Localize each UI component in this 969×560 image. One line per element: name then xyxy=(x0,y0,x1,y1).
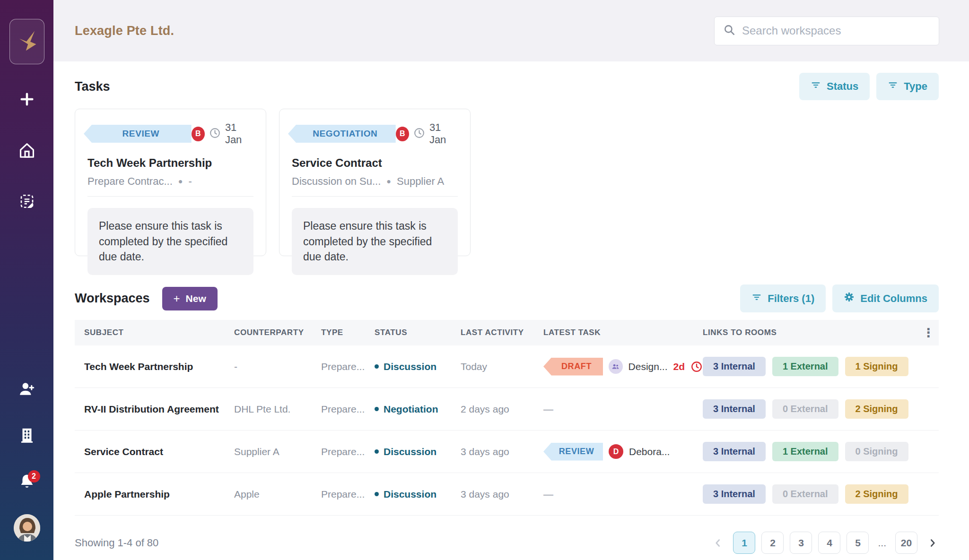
workspaces-table: SUBJECT COUNTERPARTY TYPE STATUS LAST AC… xyxy=(75,320,939,516)
sidebar-item-create[interactable] xyxy=(14,87,40,113)
search-icon xyxy=(723,24,735,38)
separator-dot: ● xyxy=(178,177,183,186)
page-button[interactable]: 4 xyxy=(818,532,840,554)
table-header-row: SUBJECT COUNTERPARTY TYPE STATUS LAST AC… xyxy=(75,320,939,345)
cell-links-to-rooms: 3 Internal0 External2 Signing xyxy=(703,399,918,419)
cell-latest-task: — xyxy=(543,489,703,500)
cell-counterparty: - xyxy=(234,361,321,372)
page-buttons: 12345...20 xyxy=(733,532,917,554)
cell-subject: Apple Partnership xyxy=(84,489,234,500)
column-header: STATUS xyxy=(375,328,461,337)
table-options-menu[interactable]: ⋮ xyxy=(922,326,934,340)
cell-type: Prepare... xyxy=(321,489,375,500)
status-filter-button[interactable]: Status xyxy=(799,73,870,100)
sidebar-item-invite-user[interactable] xyxy=(14,377,40,403)
app-logo[interactable] xyxy=(9,19,44,64)
cell-last-activity: Today xyxy=(461,361,543,372)
cell-counterparty: Apple xyxy=(234,489,321,500)
room-link-chip[interactable]: 1 External xyxy=(772,442,838,461)
latest-task-empty: — xyxy=(543,489,553,500)
cell-latest-task: — xyxy=(543,404,703,415)
room-link-chip[interactable]: 1 Signing xyxy=(845,357,908,376)
due-date: 31 Jan xyxy=(225,121,253,146)
eagle-logo-icon xyxy=(15,28,39,55)
due-countdown: 2d xyxy=(673,361,685,372)
user-avatar xyxy=(14,514,40,542)
room-link-chip[interactable]: 0 Signing xyxy=(845,442,908,461)
room-link-chip[interactable]: 3 Internal xyxy=(703,357,766,376)
clock-icon xyxy=(209,127,221,141)
sidebar-item-organization[interactable] xyxy=(14,423,40,449)
page-ellipsis: ... xyxy=(875,537,889,549)
top-bar: Lexagle Pte Ltd. xyxy=(53,0,969,61)
sidebar-item-home[interactable] xyxy=(14,138,40,164)
table-body: Tech Week Partnership-Prepare...Discussi… xyxy=(75,345,939,516)
cell-type: Prepare... xyxy=(321,446,375,457)
assignee-name: Debora... xyxy=(629,446,670,457)
prev-page-chevron-icon[interactable] xyxy=(712,537,724,549)
task-subtitle-secondary: Supplier A xyxy=(397,175,444,188)
plus-icon xyxy=(19,91,35,109)
task-message: Please ensure this task is completed by … xyxy=(87,208,253,275)
filters-button[interactable]: Filters (1) xyxy=(740,284,826,312)
cell-links-to-rooms: 3 Internal1 External1 Signing xyxy=(703,357,918,376)
room-link-chip[interactable]: 3 Internal xyxy=(703,399,766,419)
room-link-chip[interactable]: 2 Signing xyxy=(845,484,908,504)
status-label: Discussion xyxy=(384,361,436,372)
room-link-chip[interactable]: 3 Internal xyxy=(703,442,766,461)
room-link-chip[interactable]: 1 External xyxy=(772,357,838,376)
status-label: Negotiation xyxy=(384,404,438,415)
room-link-chip[interactable]: 0 External xyxy=(772,484,838,504)
status-dot-icon xyxy=(375,407,379,411)
filter-icon xyxy=(811,80,821,93)
task-card[interactable]: NEGOTIATION B 31 Jan Service Contract Di… xyxy=(279,109,471,256)
page-button[interactable]: 20 xyxy=(895,532,917,554)
task-stage-ribbon: DRAFT xyxy=(543,358,603,376)
search-input[interactable] xyxy=(742,24,930,37)
table-row[interactable]: Service ContractSupplier APrepare...Disc… xyxy=(75,431,939,473)
room-link-chip[interactable]: 0 External xyxy=(772,399,838,419)
company-name: Lexagle Pte Ltd. xyxy=(75,24,174,38)
column-header: LINKS TO ROOMS xyxy=(703,328,918,337)
latest-task-empty: — xyxy=(543,404,553,415)
task-stage-ribbon: REVIEW xyxy=(543,443,603,461)
page-button[interactable]: 5 xyxy=(847,532,869,554)
table-row[interactable]: RV-II Distribution AgreementDHL Pte Ltd.… xyxy=(75,388,939,431)
sidebar-item-profile[interactable] xyxy=(14,515,40,541)
cell-subject: RV-II Distribution Agreement xyxy=(84,404,234,415)
task-card[interactable]: REVIEW B 31 Jan Tech Week Partnership Pr… xyxy=(75,109,266,256)
status-dot-icon xyxy=(375,449,379,454)
tasks-title: Tasks xyxy=(75,79,110,94)
type-filter-button[interactable]: Type xyxy=(876,73,939,100)
sidebar-item-notifications[interactable]: 2 xyxy=(14,469,40,496)
table-row[interactable]: Tech Week Partnership-Prepare...Discussi… xyxy=(75,345,939,388)
table-footer: Showing 1-4 of 80 12345...20 xyxy=(75,532,939,554)
status-label: Discussion xyxy=(384,446,436,457)
cell-status: Discussion xyxy=(375,489,461,500)
column-header: COUNTERPARTY xyxy=(234,328,321,337)
clock-icon xyxy=(413,127,425,141)
cell-links-to-rooms: 3 Internal0 External2 Signing xyxy=(703,484,918,504)
status-dot-icon xyxy=(375,364,379,369)
column-header: LATEST TASK xyxy=(543,328,703,337)
filter-icon xyxy=(888,80,898,93)
page-button[interactable]: 1 xyxy=(733,532,755,554)
sidebar: 2 xyxy=(0,0,53,560)
sidebar-item-drafts[interactable] xyxy=(14,189,40,215)
room-link-chip[interactable]: 2 Signing xyxy=(845,399,908,419)
task-title: Tech Week Partnership xyxy=(87,156,253,170)
overdue-clock-icon xyxy=(690,361,703,373)
assignee-avatar: B xyxy=(192,127,205,141)
table-row[interactable]: Apple PartnershipApplePrepare...Discussi… xyxy=(75,473,939,516)
new-workspace-button[interactable]: + New xyxy=(162,287,218,310)
edit-columns-button[interactable]: Edit Columns xyxy=(832,284,939,312)
cell-status: Discussion xyxy=(375,361,461,372)
room-link-chip[interactable]: 3 Internal xyxy=(703,484,766,504)
home-icon xyxy=(18,141,36,161)
next-page-chevron-icon[interactable] xyxy=(926,537,939,549)
page-button[interactable]: 3 xyxy=(790,532,812,554)
workspace-search[interactable] xyxy=(714,17,939,45)
status-dot-icon xyxy=(375,492,379,496)
stage-ribbon: NEGOTIATION xyxy=(288,125,396,143)
page-button[interactable]: 2 xyxy=(761,532,784,554)
